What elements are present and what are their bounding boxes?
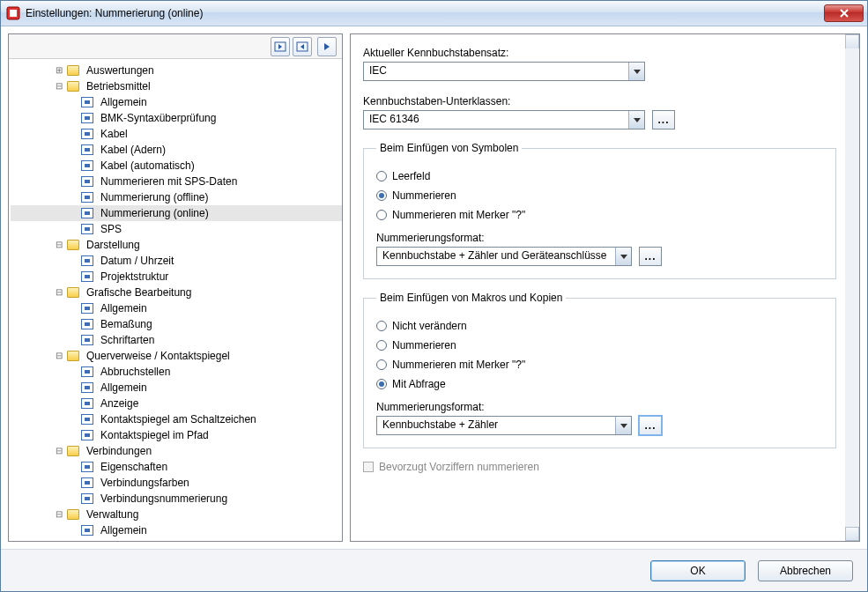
tree-item[interactable]: ⊞SPS — [11, 221, 342, 237]
tree-item[interactable]: ⊞Projektstruktur — [11, 269, 342, 285]
dialog-footer: OK Abbrechen — [1, 549, 867, 591]
page-icon — [81, 113, 93, 123]
radio-symbols-empty[interactable]: Leerfeld — [376, 170, 823, 182]
tree-item[interactable]: ⊞Allgemein — [11, 522, 342, 538]
expand-icon[interactable]: ⊞ — [53, 63, 65, 78]
page-icon — [81, 414, 93, 425]
tree-item[interactable]: ⊞Allgemein — [11, 300, 342, 316]
tree-item[interactable]: ⊞Anzeige — [11, 396, 342, 411]
tree-item-label: Kabel (automatisch) — [97, 158, 198, 174]
tree-item[interactable]: ⊞Allgemein — [11, 380, 342, 396]
expand-right-icon[interactable] — [271, 37, 290, 56]
collapse-icon[interactable]: ⊟ — [53, 348, 65, 364]
tree-item-label: Kontaktspiegel im Pfad — [97, 427, 212, 443]
play-icon[interactable] — [317, 37, 337, 56]
radio-icon — [376, 210, 387, 220]
tree-item[interactable]: ⊞Kabel (Adern) — [11, 142, 342, 158]
tree-item-label: Kontaktspiegel am Schaltzeichen — [97, 411, 260, 427]
cancel-button[interactable]: Abbrechen — [758, 560, 853, 581]
symbols-format-dropdown[interactable]: Kennbuchstabe + Zähler und Geräteanschlü… — [376, 247, 632, 266]
tree-item[interactable]: ⊞BMK-Syntaxüberprüfung — [11, 110, 342, 126]
chevron-down-icon — [628, 111, 644, 129]
tree-item[interactable]: ⊞Allgemein — [11, 94, 342, 110]
collapse-icon[interactable]: ⊟ — [53, 443, 65, 459]
form-scrollbar[interactable] — [845, 34, 859, 541]
page-icon — [81, 335, 93, 345]
tree-item-label: Verbindungsnummerierung — [97, 491, 231, 507]
subclass-dropdown[interactable]: IEC 61346 — [363, 110, 645, 130]
group-insert-macros: Beim Einfügen von Makros und Kopien Nich… — [363, 292, 836, 448]
tree-item-label: SPS — [97, 221, 125, 237]
page-icon — [81, 493, 93, 504]
tree-item[interactable]: ⊟Darstellung — [11, 237, 342, 253]
tree-item[interactable]: ⊞Kabel (automatisch) — [11, 158, 342, 174]
page-icon — [81, 192, 93, 203]
radio-icon — [376, 171, 387, 181]
tree-item-label: Abbruchstellen — [97, 364, 174, 380]
tree-item-label: Bemaßung — [97, 316, 156, 332]
chevron-down-icon — [615, 417, 631, 434]
tree-item[interactable]: ⊟Verbindungen — [11, 443, 342, 459]
tree-item[interactable]: ⊞Schriftarten — [11, 332, 342, 348]
tree-item[interactable]: ⊞Verbindungsfarben — [11, 475, 342, 491]
page-icon — [81, 382, 93, 393]
tree-item-label: Kabel (Adern) — [97, 142, 169, 158]
macros-format-browse-button[interactable]: ... — [639, 416, 662, 435]
collapse-icon[interactable]: ⊟ — [53, 507, 65, 522]
tree-item[interactable]: ⊞Nummerierung (online) — [11, 205, 342, 221]
page-icon — [81, 144, 93, 155]
tree-item[interactable]: ⊞Kontaktspiegel im Pfad — [11, 427, 342, 443]
group-insert-symbols: Beim Einfügen von Symbolen Leerfeld Numm… — [363, 142, 836, 279]
folder-icon — [67, 240, 79, 250]
radio-macros-nochange[interactable]: Nicht verändern — [376, 320, 823, 332]
folder-icon — [67, 446, 79, 456]
macros-format-dropdown[interactable]: Kennbuchstabe + Zähler — [376, 416, 632, 435]
tree-item-label: Allgemein — [97, 94, 151, 110]
radio-macros-ask[interactable]: Mit Abfrage — [376, 378, 823, 390]
ok-button[interactable]: OK — [650, 560, 746, 581]
subclass-browse-button[interactable]: ... — [652, 110, 675, 130]
radio-symbols-number[interactable]: Nummerieren — [376, 189, 823, 202]
tree-item[interactable]: ⊞Nummerieren mit SPS-Daten — [11, 174, 342, 189]
page-icon — [81, 129, 93, 139]
collapse-icon[interactable]: ⊟ — [53, 285, 65, 300]
expand-left-icon[interactable] — [293, 37, 312, 56]
tree-item[interactable]: ⊞Verbindungsnummerierung — [11, 491, 342, 507]
collapse-icon[interactable]: ⊟ — [53, 78, 65, 94]
page-icon — [81, 208, 93, 218]
window-close-button[interactable] — [824, 4, 864, 22]
tree-item-label: Projektstruktur — [97, 269, 172, 285]
dialog-body: ⊞Auswertungen⊟Betriebsmittel⊞Allgemein⊞B… — [1, 26, 867, 549]
tree-item[interactable]: ⊟Querverweise / Kontaktspiegel — [11, 348, 342, 364]
tree-item-label: Allgemein — [97, 380, 151, 396]
macros-format-label: Nummerierungsformat: — [376, 401, 823, 413]
radio-icon — [376, 190, 387, 201]
tree-item[interactable]: ⊞Kabel — [11, 126, 342, 142]
tree-item-label: Nummerieren mit SPS-Daten — [97, 174, 241, 189]
radio-macros-number[interactable]: Nummerieren — [376, 339, 823, 352]
tree-item[interactable]: ⊞Bemaßung — [11, 316, 342, 332]
tree-item-label: Allgemein — [97, 522, 151, 538]
tree-toolbar — [9, 34, 342, 59]
prefer-prefix-checkbox[interactable]: Bevorzugt Vorziffern nummerieren — [363, 461, 836, 473]
tree-item[interactable]: ⊞Eigenschaften — [11, 459, 342, 475]
tree-item[interactable]: ⊟Grafische Bearbeitung — [11, 285, 342, 300]
current-set-dropdown[interactable]: IEC — [363, 62, 645, 81]
radio-icon — [376, 321, 387, 331]
tree-item[interactable]: ⊞Nummerierung (offline) — [11, 189, 342, 205]
current-set-label: Aktueller Kennbuchstabensatz: — [363, 47, 836, 59]
tree-item[interactable]: ⊞Datum / Uhrzeit — [11, 253, 342, 269]
tree-item[interactable]: ⊞Auswertungen — [11, 63, 342, 78]
tree-item[interactable]: ⊞Kontaktspiegel am Schaltzeichen — [11, 411, 342, 427]
tree-item[interactable]: ⊞Abbruchstellen — [11, 364, 342, 380]
titlebar: Einstellungen: Nummerierung (online) — [1, 1, 867, 26]
tree-item[interactable]: ⊟Betriebsmittel — [11, 78, 342, 94]
collapse-icon[interactable]: ⊟ — [53, 237, 65, 253]
radio-macros-marker[interactable]: Nummerieren mit Merker "?" — [376, 359, 823, 371]
radio-symbols-marker[interactable]: Nummerieren mit Merker "?" — [376, 209, 823, 221]
tree-item[interactable]: ⊟Verwaltung — [11, 507, 342, 522]
tree-item-label: Allgemein — [97, 300, 151, 316]
folder-icon — [67, 509, 79, 520]
settings-tree[interactable]: ⊞Auswertungen⊟Betriebsmittel⊞Allgemein⊞B… — [9, 59, 342, 541]
symbols-format-browse-button[interactable]: ... — [639, 247, 662, 266]
